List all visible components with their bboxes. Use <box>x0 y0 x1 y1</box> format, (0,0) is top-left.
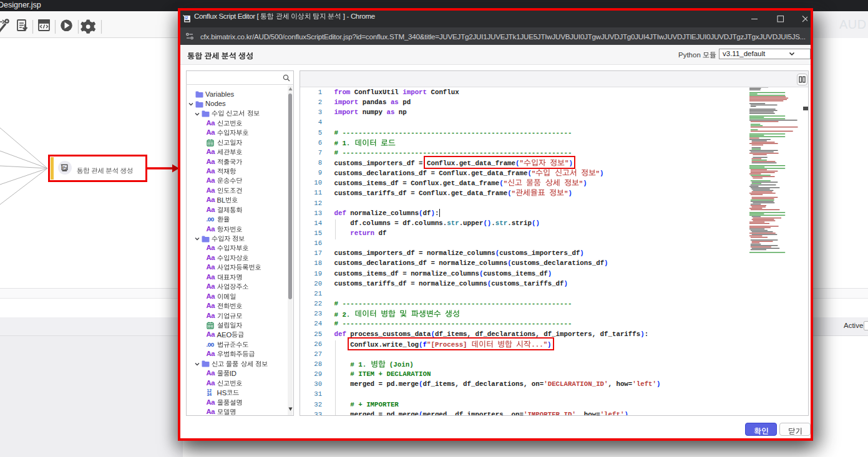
svg-text:Py: Py <box>185 16 189 19</box>
svg-text:Py: Py <box>62 165 67 170</box>
